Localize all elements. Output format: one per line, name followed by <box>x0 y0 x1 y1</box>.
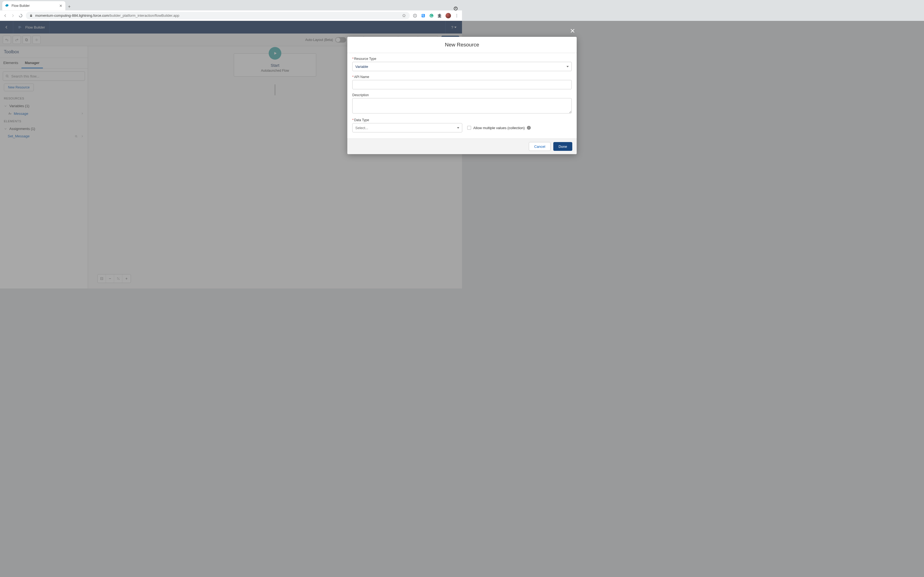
data-type-label: *Data Type <box>352 118 462 122</box>
browser-right-icons <box>412 13 459 18</box>
svg-rect-2 <box>415 15 415 16</box>
extension-grammarly-icon[interactable] <box>429 13 434 18</box>
browser-tab[interactable]: Flow Builder <box>2 1 65 10</box>
window-account-icon[interactable] <box>454 6 457 10</box>
nav-reload-icon[interactable] <box>18 13 23 18</box>
svg-rect-3 <box>415 15 415 15</box>
lock-icon <box>29 14 33 18</box>
close-tab-icon[interactable] <box>59 4 63 8</box>
resource-type-select[interactable]: Variable <box>352 62 462 71</box>
address-bar[interactable]: momentum-computing-884.lightning.force.c… <box>26 12 410 19</box>
url-text: momentum-computing-884.lightning.force.c… <box>35 13 179 18</box>
star-icon[interactable] <box>402 13 407 18</box>
description-label: Description <box>352 93 462 97</box>
browser-chrome: Flow Builder momentum-computing-884.ligh… <box>0 0 462 21</box>
svg-point-9 <box>457 16 457 17</box>
api-name-input[interactable] <box>352 80 462 89</box>
tab-title: Flow Builder <box>11 4 57 8</box>
nav-back-icon[interactable] <box>3 13 8 18</box>
data-type-select[interactable]: Select... <box>352 123 462 132</box>
cloud-favicon-icon <box>5 3 9 8</box>
svg-rect-0 <box>30 15 32 16</box>
new-tab-button[interactable] <box>65 3 73 10</box>
modal-title: New Resource <box>347 37 462 53</box>
modal-footer: Cancel Done <box>347 139 462 154</box>
extension-magnify-icon[interactable] <box>421 13 426 18</box>
api-name-label: *API Name <box>352 75 462 79</box>
svg-point-7 <box>457 14 457 15</box>
tab-bar: Flow Builder <box>0 0 462 10</box>
extensions-puzzle-icon[interactable] <box>437 13 442 18</box>
browser-menu-icon[interactable] <box>454 13 459 18</box>
nav-forward-icon[interactable] <box>10 13 15 18</box>
svg-point-8 <box>457 15 457 16</box>
description-textarea[interactable] <box>352 98 462 113</box>
chevron-down-icon <box>457 127 459 129</box>
profile-avatar[interactable] <box>446 13 451 18</box>
modal-wrap: New Resource *Resource Type Variable *AP… <box>0 21 462 288</box>
modal-body: *Resource Type Variable *API Name Descri… <box>347 53 462 139</box>
address-row: momentum-computing-884.lightning.force.c… <box>0 10 462 21</box>
new-resource-modal: New Resource *Resource Type Variable *AP… <box>347 37 462 154</box>
resource-type-label: *Resource Type <box>352 57 462 61</box>
extension-info-icon[interactable] <box>412 13 417 18</box>
